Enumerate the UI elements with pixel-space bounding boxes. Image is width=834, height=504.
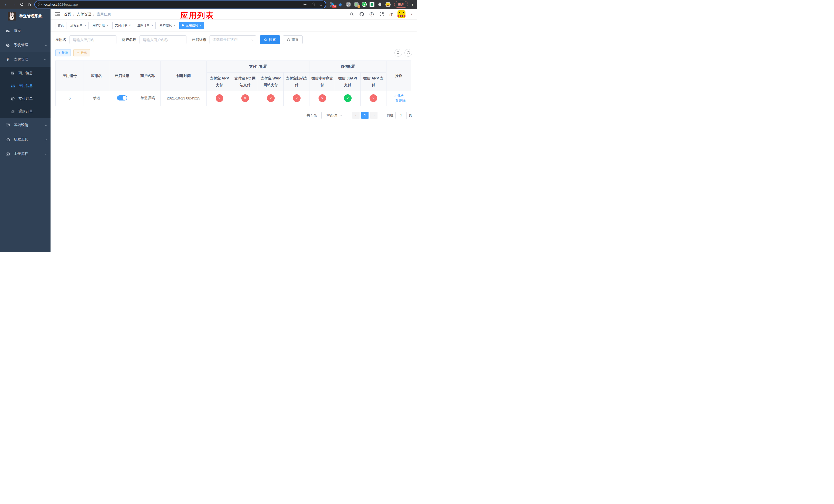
col-actions: 操作 (387, 61, 411, 91)
chevron-down-icon (45, 44, 47, 46)
coin-yen-icon (10, 97, 15, 101)
command-extension-icon[interactable]: ⌘ (346, 2, 351, 7)
search-form: 应用名 商户名称 开启状态 请选择开启状态 搜索 重置 (56, 36, 412, 44)
toolbox-icon (5, 152, 10, 156)
sidebar-item-system[interactable]: 系统管理 (0, 38, 50, 52)
browser-home-button[interactable] (26, 1, 33, 8)
y-extension-icon[interactable]: y (361, 2, 367, 7)
avatar-caret-icon[interactable]: ▾ (411, 13, 412, 16)
status-label: 开启状态 (192, 38, 206, 42)
red-annotation-title: 应用列表 (180, 10, 214, 21)
col-alipay-pc: 支付宝 PC 网站支付 (232, 72, 258, 91)
tag-process-form[interactable]: 流程表单× (68, 22, 89, 29)
sidebar-item-workflow[interactable]: 工作流程 (0, 147, 50, 161)
tag-app-info[interactable]: 应用信息× (179, 22, 204, 29)
sidebar-item-refund-orders[interactable]: 退款订单 (0, 105, 50, 118)
chevron-down-icon (45, 152, 47, 155)
tag-pay-orders[interactable]: 支付订单× (112, 22, 133, 29)
delete-button[interactable]: 删除 (395, 98, 406, 103)
close-icon[interactable]: × (151, 24, 153, 27)
forward-icon: → (12, 2, 16, 7)
profile-extension-icon[interactable]: 1 (354, 2, 359, 7)
sidebar-item-home[interactable]: 首页 (0, 24, 50, 38)
group-wechat-config: 微信配置 (310, 61, 387, 72)
bookmark-star-icon[interactable]: ☆ (319, 3, 323, 6)
svg-text:?: ? (371, 13, 372, 16)
app-logo (8, 12, 16, 21)
next-page-button[interactable]: › (370, 112, 377, 119)
url-path: :1024/pay/app (57, 3, 78, 6)
sidebar-item-payment[interactable]: ¥ 支付管理 (0, 52, 50, 67)
reset-button[interactable]: 重置 (283, 36, 303, 44)
emoji-extension-icon[interactable] (386, 2, 391, 7)
chat-extension-icon[interactable] (370, 2, 375, 7)
tag-home[interactable]: 首页 (55, 22, 66, 29)
close-icon[interactable]: × (84, 24, 86, 27)
chevron-down-icon (45, 138, 47, 140)
table-row: 6 芋道 芋道源码 2021-10-23 08:49:25 × × × × × … (56, 91, 411, 106)
close-icon[interactable]: × (129, 24, 131, 27)
password-key-icon[interactable] (303, 2, 307, 7)
tag-refund-orders[interactable]: 退款订单× (135, 22, 156, 29)
close-icon[interactable]: × (200, 24, 202, 27)
sidebar-item-app-info[interactable]: 应用信息 (0, 79, 50, 92)
puzzle-extensions-icon[interactable] (377, 2, 382, 7)
col-alipay-wap: 支付宝 WAP 网站支付 (258, 72, 284, 91)
avatar[interactable] (397, 10, 405, 18)
github-icon[interactable] (359, 12, 364, 17)
export-button[interactable]: 导出 (73, 49, 90, 56)
toggle-search-button[interactable] (394, 49, 402, 56)
sidebar-item-label: 系统管理 (14, 43, 28, 47)
tampermonkey-extension-icon[interactable]: ◆ 10 (330, 2, 335, 7)
col-status: 开启状态 (109, 61, 135, 91)
font-size-icon[interactable]: TT (389, 13, 393, 16)
sidebar-item-label: 应用信息 (19, 84, 33, 88)
search-button[interactable]: 搜索 (260, 36, 280, 44)
tag-user-group[interactable]: 用户分组× (90, 22, 111, 29)
close-icon[interactable]: × (107, 24, 109, 27)
sidebar-item-infrastructure[interactable]: 基础设施 (0, 118, 50, 132)
chevron-down-icon (251, 38, 254, 41)
help-icon[interactable]: ? (369, 12, 374, 17)
browser-toolbar: ← → i localhost:1024/pay/app ☆ ◆ 10 ◆ ⌘ … (0, 0, 417, 9)
url-host: localhost (44, 3, 57, 6)
refresh-table-button[interactable] (404, 49, 412, 56)
sidebar-collapse-icon[interactable] (55, 12, 60, 16)
url-text: localhost:1024/pay/app (44, 3, 78, 6)
close-icon[interactable]: × (174, 24, 175, 27)
extension-badge: 10 (332, 5, 336, 8)
table-toolbar: + 新增 导出 (56, 49, 412, 56)
sidebar-item-dev-tools[interactable]: 研发工具 (0, 132, 50, 147)
sidebar-item-merchant-info[interactable]: 商户信息 (0, 67, 50, 79)
gem-extension-icon[interactable]: ◆ (338, 2, 343, 7)
share-icon[interactable] (311, 2, 315, 6)
page-number-button[interactable]: 1 (361, 112, 369, 119)
add-button[interactable]: + 新增 (56, 49, 71, 56)
browser-update-button[interactable]: 更新 (394, 1, 408, 8)
browser-menu-icon[interactable]: ⋮ (411, 2, 414, 7)
page-info-icon[interactable]: i (38, 3, 42, 6)
fullscreen-icon[interactable] (379, 12, 384, 17)
back-icon: ← (4, 2, 8, 7)
enabled-toggle[interactable] (117, 95, 127, 100)
url-bar[interactable]: i localhost:1024/pay/app ☆ (35, 1, 326, 8)
breadcrumb-home[interactable]: 首页 (64, 12, 71, 17)
sidebar-item-pay-orders[interactable]: 支付订单 (0, 92, 50, 105)
browser-reload-button[interactable] (18, 1, 26, 8)
tag-merchant-info[interactable]: 商户信息× (157, 22, 178, 29)
browser-back-button[interactable]: ← (3, 1, 10, 8)
prev-page-button[interactable]: ‹ (352, 112, 359, 119)
header-search-icon[interactable] (349, 12, 354, 17)
status-select[interactable]: 请选择开启状态 (210, 36, 256, 44)
breadcrumb-payment[interactable]: 支付管理 (77, 12, 91, 17)
merchant-name-input[interactable] (139, 36, 186, 44)
status-circle: × (267, 94, 275, 102)
group-alipay-config: 支付宝配置 (207, 61, 310, 72)
page-size-select[interactable]: 10条/页 (321, 112, 346, 119)
app-name-input[interactable] (69, 36, 116, 44)
goto-page-input[interactable] (395, 112, 407, 119)
chevron-up-icon (44, 59, 46, 61)
edit-button[interactable]: 修改 (394, 94, 404, 98)
sidebar-item-label: 首页 (14, 28, 21, 33)
browser-forward-button[interactable]: → (10, 1, 18, 8)
